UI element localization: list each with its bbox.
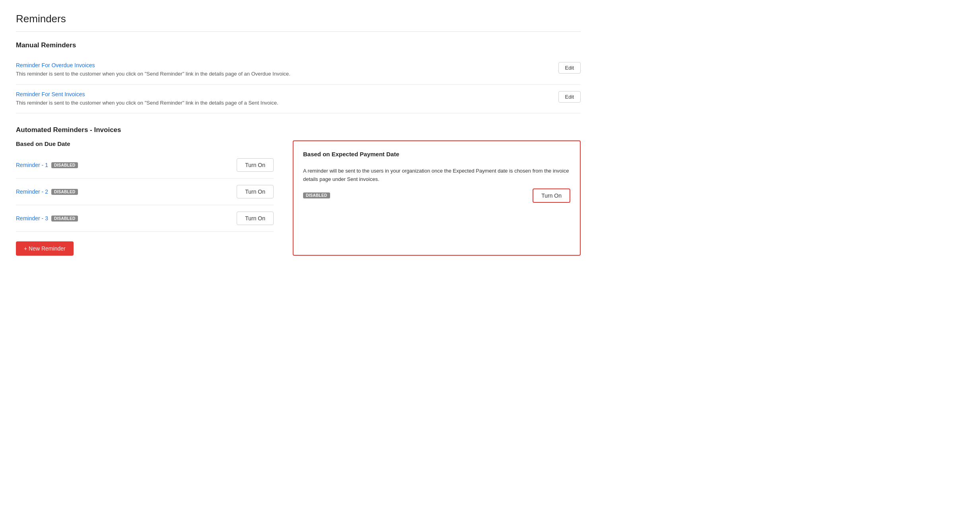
edit-sent-button[interactable]: Edit [558,91,581,103]
auto-reminder-3-row: Reminder - 3 DISABLED Turn On [16,205,274,232]
automated-columns: Based on Due Date Reminder - 1 DISABLED … [16,140,581,256]
manual-reminders-title: Manual Reminders [16,41,581,49]
expected-payment-badge: DISABLED [303,192,330,198]
auto-reminder-1-name: Reminder - 1 DISABLED [16,162,78,168]
expected-payment-actions: DISABLED Turn On [303,188,570,203]
auto-reminder-1-badge: DISABLED [51,162,78,168]
page-title: Reminders [16,13,581,32]
due-date-column: Based on Due Date Reminder - 1 DISABLED … [16,140,286,256]
reminder-overdue-link[interactable]: Reminder For Overdue Invoices [16,62,290,68]
manual-reminder-overdue-info: Reminder For Overdue Invoices This remin… [16,62,290,78]
due-date-subtitle: Based on Due Date [16,140,274,147]
edit-overdue-button[interactable]: Edit [558,62,581,74]
automated-reminders-section: Automated Reminders - Invoices Based on … [16,126,581,256]
manual-reminder-sent-info: Reminder For Sent Invoices This reminder… [16,91,278,107]
expected-payment-subtitle: Based on Expected Payment Date [303,151,399,157]
turn-on-expected-payment-button[interactable]: Turn On [533,188,570,203]
turn-on-reminder-2-button[interactable]: Turn On [237,185,274,198]
expected-payment-description: A reminder will be sent to the users in … [303,167,570,184]
reminder-sent-link[interactable]: Reminder For Sent Invoices [16,91,278,97]
turn-on-reminder-1-button[interactable]: Turn On [237,158,274,172]
auto-reminder-1-link[interactable]: Reminder - 1 [16,162,48,168]
automated-reminders-title: Automated Reminders - Invoices [16,126,581,134]
manual-reminder-sent-row: Reminder For Sent Invoices This reminder… [16,85,581,114]
expected-payment-header-row: Based on Expected Payment Date [303,151,570,162]
auto-reminder-2-link[interactable]: Reminder - 2 [16,188,48,195]
page-container: Reminders Manual Reminders Reminder For … [0,0,597,268]
reminder-overdue-desc: This reminder is sent to the customer wh… [16,71,290,77]
auto-reminder-3-badge: DISABLED [51,216,78,221]
auto-reminder-2-name: Reminder - 2 DISABLED [16,188,78,195]
manual-reminders-section: Manual Reminders Reminder For Overdue In… [16,41,581,113]
reminder-sent-desc: This reminder is sent to the customer wh… [16,100,278,106]
auto-reminder-2-badge: DISABLED [51,189,78,195]
auto-reminder-2-row: Reminder - 2 DISABLED Turn On [16,179,274,205]
manual-reminder-overdue-row: Reminder For Overdue Invoices This remin… [16,56,581,85]
turn-on-reminder-3-button[interactable]: Turn On [237,212,274,225]
auto-reminder-1-row: Reminder - 1 DISABLED Turn On [16,152,274,179]
auto-reminder-3-name: Reminder - 3 DISABLED [16,215,78,221]
auto-reminder-3-link[interactable]: Reminder - 3 [16,215,48,221]
expected-payment-column: Based on Expected Payment Date A reminde… [293,140,581,256]
new-reminder-button[interactable]: + New Reminder [16,241,74,256]
